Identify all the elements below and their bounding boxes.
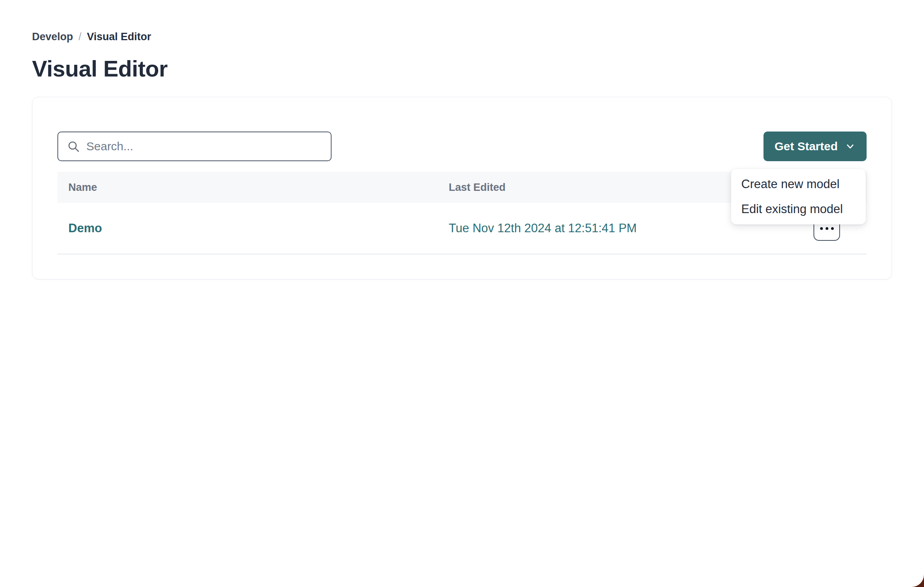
search-box <box>57 132 332 161</box>
get-started-button[interactable]: Get Started <box>763 132 867 161</box>
menu-item-edit-existing-model[interactable]: Edit existing model <box>731 197 866 222</box>
breadcrumb-develop[interactable]: Develop <box>32 30 73 44</box>
get-started-label: Get Started <box>774 140 838 153</box>
breadcrumb-current: Visual Editor <box>87 30 152 44</box>
breadcrumb-separator: / <box>78 30 82 44</box>
ellipsis-icon <box>820 227 823 230</box>
models-card: Get Started Name Last Edited Demo Tue No… <box>32 97 892 279</box>
search-input[interactable] <box>86 140 322 153</box>
background-corner-decoration <box>907 574 924 587</box>
get-started-menu: Create new model Edit existing model <box>731 169 866 224</box>
breadcrumb: Develop / Visual Editor <box>32 30 892 44</box>
column-header-name: Name <box>57 181 438 194</box>
page: Develop / Visual Editor Visual Editor Ge… <box>0 30 924 279</box>
model-name-cell: Demo <box>57 221 438 235</box>
page-title: Visual Editor <box>32 55 892 83</box>
menu-item-create-new-model[interactable]: Create new model <box>731 172 866 197</box>
search-icon <box>67 140 80 153</box>
chevron-down-icon <box>845 141 856 152</box>
model-name-link[interactable]: Demo <box>68 221 102 235</box>
toolbar: Get Started <box>57 132 867 161</box>
